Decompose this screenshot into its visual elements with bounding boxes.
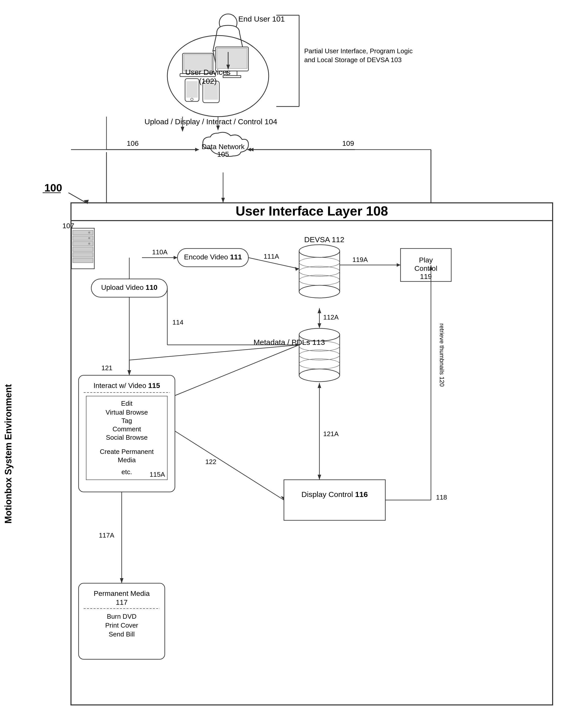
encode-video-box: Encode Video 111 <box>178 249 248 267</box>
svg-text:Interact w/ Video 115: Interact w/ Video 115 <box>94 382 160 389</box>
svg-text:121: 121 <box>101 364 112 372</box>
svg-text:Create Permanent: Create Permanent <box>100 448 154 456</box>
svg-text:112A: 112A <box>323 313 339 321</box>
svg-text:Play: Play <box>419 256 433 264</box>
svg-text:111A: 111A <box>264 253 279 260</box>
svg-text:118: 118 <box>436 493 447 501</box>
svg-text:119: 119 <box>420 272 432 281</box>
svg-text:Comment: Comment <box>112 425 141 433</box>
svg-text:Encode Video 111: Encode Video 111 <box>184 253 242 261</box>
data-network-label1: Data Network <box>202 143 245 151</box>
svg-text:etc.: etc. <box>122 468 132 476</box>
svg-text:Social Browse: Social Browse <box>106 434 148 441</box>
display-control-box: Display Control 116 <box>284 480 385 520</box>
svg-rect-12 <box>186 81 198 98</box>
svg-text:121A: 121A <box>323 430 339 438</box>
retrieve-thumbnails-label: retrieve thumbnails 120 <box>439 323 445 386</box>
svg-text:117A: 117A <box>99 531 114 539</box>
user-devices-label2: (102) <box>199 77 217 85</box>
svg-text:119A: 119A <box>352 256 368 263</box>
permanent-media-box: Permanent Media 117 Burn DVD Print Cover… <box>79 583 165 659</box>
svg-text:114: 114 <box>173 318 183 326</box>
svg-text:Display Control 116: Display Control 116 <box>301 490 368 498</box>
svg-text:Upload Video 110: Upload Video 110 <box>101 284 157 291</box>
diagram-svg: End User 101 User Devices (102 <box>0 0 580 728</box>
ref-109: 109 <box>342 139 354 147</box>
metadata-cylinder <box>299 328 340 382</box>
system-100-label: 100 <box>44 182 62 194</box>
data-network-label2: 105 <box>217 150 229 158</box>
svg-text:Edit: Edit <box>121 400 133 407</box>
svg-point-35 <box>88 232 90 234</box>
page: End User 101 User Devices (102 <box>0 0 580 728</box>
svg-text:Media: Media <box>118 456 136 464</box>
svg-text:122: 122 <box>205 458 216 466</box>
svg-point-48 <box>299 285 340 298</box>
svg-rect-66 <box>284 480 385 520</box>
svg-point-54 <box>299 369 340 382</box>
devsa-cylinder <box>299 245 340 298</box>
upload-interact-label: Upload / Display / Interact / Control 10… <box>144 118 277 126</box>
ui-layer-label: User Interface Layer 108 <box>236 204 388 218</box>
svg-text:Virtual Browse: Virtual Browse <box>105 409 148 416</box>
svg-text:117: 117 <box>116 598 128 606</box>
motionbox-env-label: Motionbox System Environment <box>3 384 14 524</box>
svg-text:Control: Control <box>415 264 437 272</box>
svg-point-37 <box>88 243 90 245</box>
server-ref-107: 107 <box>62 222 74 230</box>
phone-icon <box>185 79 199 101</box>
ref-106: 106 <box>127 139 139 147</box>
svg-text:Send Bill: Send Bill <box>109 630 135 638</box>
partial-ui-label1: Partial User Interface, Program Logic <box>304 47 413 55</box>
end-user-label: End User 101 <box>238 15 285 23</box>
play-control-box: Play Control 119 <box>400 249 451 282</box>
svg-point-36 <box>88 237 90 239</box>
svg-text:Tag: Tag <box>122 417 132 424</box>
svg-rect-33 <box>73 253 93 257</box>
svg-rect-15 <box>204 83 218 100</box>
svg-text:115A: 115A <box>150 471 165 478</box>
interact-video-box: Interact w/ Video 115 Edit Virtual Brows… <box>79 375 175 492</box>
svg-text:110A: 110A <box>152 248 167 256</box>
svg-rect-34 <box>73 258 93 263</box>
svg-text:Burn DVD: Burn DVD <box>107 613 136 620</box>
svg-text:Print Cover: Print Cover <box>105 622 138 629</box>
partial-ui-label2: and Local Storage of DEVSA 103 <box>304 56 402 63</box>
svg-rect-8 <box>217 48 247 69</box>
user-devices-label: User Devices <box>185 68 231 76</box>
devsa-label: DEVSA 112 <box>304 235 344 244</box>
server-rack-icon <box>72 228 94 269</box>
svg-text:Permanent Media: Permanent Media <box>94 590 150 597</box>
svg-point-47 <box>299 245 340 257</box>
upload-video-box: Upload Video 110 <box>91 279 167 297</box>
svg-rect-32 <box>73 247 93 252</box>
